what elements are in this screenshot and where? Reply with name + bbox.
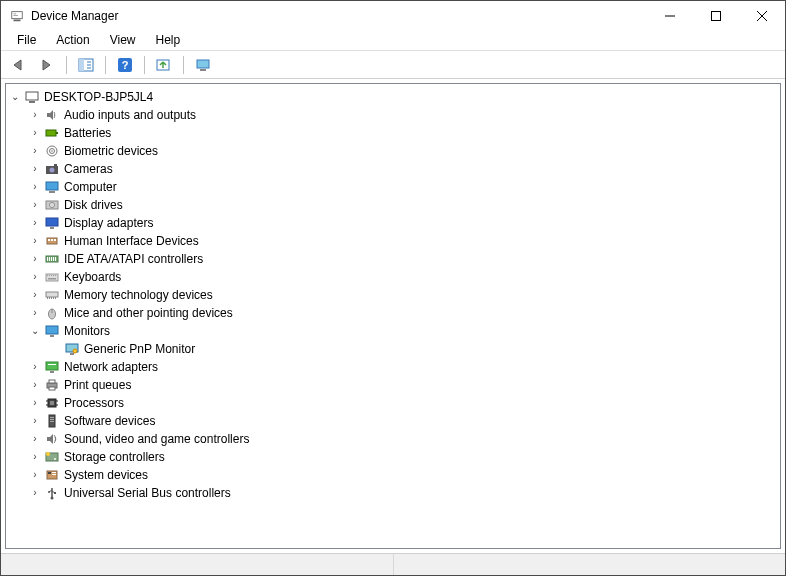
tree-category[interactable]: ›Cameras bbox=[28, 160, 778, 178]
window-title: Device Manager bbox=[31, 9, 647, 23]
svg-rect-85 bbox=[48, 472, 51, 474]
tree-category[interactable]: ›Human Interface Devices bbox=[28, 232, 778, 250]
svg-rect-38 bbox=[54, 239, 56, 241]
tree-category-label: Print queues bbox=[64, 376, 131, 394]
tree-category[interactable]: ›Memory technology devices bbox=[28, 286, 778, 304]
tree-category[interactable]: ›Computer bbox=[28, 178, 778, 196]
expand-icon[interactable]: › bbox=[28, 466, 42, 484]
tree-category[interactable]: ›Disk drives bbox=[28, 196, 778, 214]
network-icon bbox=[44, 359, 60, 375]
device-manager-window: Device Manager File Action View Help ? bbox=[0, 0, 786, 576]
collapse-icon[interactable]: ⌄ bbox=[28, 322, 42, 340]
tree-category-label: Memory technology devices bbox=[64, 286, 213, 304]
expand-icon[interactable]: › bbox=[28, 106, 42, 124]
expand-icon[interactable]: › bbox=[28, 196, 42, 214]
tree-root[interactable]: ⌄ DESKTOP-BJP5JL4 bbox=[8, 88, 778, 106]
forward-button[interactable] bbox=[35, 54, 59, 76]
tree-category-label: Human Interface Devices bbox=[64, 232, 199, 250]
help-button[interactable]: ? bbox=[113, 54, 137, 76]
show-hide-tree-button[interactable] bbox=[74, 54, 98, 76]
tree-category[interactable]: ›Processors bbox=[28, 394, 778, 412]
menu-file[interactable]: File bbox=[7, 31, 46, 50]
toolbar: ? bbox=[1, 51, 785, 79]
cpu-icon bbox=[44, 395, 60, 411]
expand-icon[interactable]: › bbox=[28, 142, 42, 160]
menubar: File Action View Help bbox=[1, 31, 785, 51]
device-tree-panel[interactable]: ⌄ DESKTOP-BJP5JL4 ›Audio inputs and outp… bbox=[5, 83, 781, 549]
tree-category[interactable]: ›Audio inputs and outputs bbox=[28, 106, 778, 124]
svg-text:?: ? bbox=[122, 59, 129, 71]
monitor-toolbar-button[interactable] bbox=[191, 54, 215, 76]
toolbar-separator bbox=[183, 56, 184, 74]
menu-action[interactable]: Action bbox=[46, 31, 99, 50]
svg-rect-46 bbox=[47, 275, 48, 276]
expand-icon[interactable]: › bbox=[28, 358, 42, 376]
minimize-button[interactable] bbox=[647, 1, 693, 31]
tree-category[interactable]: ›Biometric devices bbox=[28, 142, 778, 160]
expand-icon[interactable]: › bbox=[28, 250, 42, 268]
svg-point-24 bbox=[51, 150, 53, 152]
tree-category[interactable]: ›Storage controllers bbox=[28, 448, 778, 466]
tree-category[interactable]: ›Display adapters bbox=[28, 214, 778, 232]
printer-icon bbox=[44, 377, 60, 393]
status-cell bbox=[394, 554, 786, 575]
tree-category-label: Display adapters bbox=[64, 214, 153, 232]
close-button[interactable] bbox=[739, 1, 785, 31]
expand-icon[interactable]: › bbox=[28, 448, 42, 466]
expand-icon[interactable]: › bbox=[28, 268, 42, 286]
tree-category-label: IDE ATA/ATAPI controllers bbox=[64, 250, 203, 268]
expand-icon[interactable]: › bbox=[28, 376, 42, 394]
tree-category-label: Batteries bbox=[64, 124, 111, 142]
svg-rect-60 bbox=[46, 326, 58, 334]
svg-point-82 bbox=[54, 458, 56, 460]
svg-rect-9 bbox=[79, 59, 84, 71]
tree-category[interactable]: ›Mice and other pointing devices bbox=[28, 304, 778, 322]
svg-rect-48 bbox=[51, 275, 52, 276]
maximize-button[interactable] bbox=[693, 1, 739, 31]
expand-icon[interactable]: › bbox=[28, 178, 42, 196]
tree-category[interactable]: ⌄Monitors bbox=[28, 322, 778, 340]
expand-icon[interactable]: › bbox=[28, 394, 42, 412]
svg-rect-87 bbox=[52, 474, 56, 475]
tree-category[interactable]: ›Print queues bbox=[28, 376, 778, 394]
tree-category[interactable]: ›System devices bbox=[28, 466, 778, 484]
disk-icon bbox=[44, 197, 60, 213]
toolbar-separator bbox=[144, 56, 145, 74]
toolbar-separator bbox=[105, 56, 106, 74]
menu-view[interactable]: View bbox=[100, 31, 146, 50]
tree-category-label: Storage controllers bbox=[64, 448, 165, 466]
back-button[interactable] bbox=[7, 54, 31, 76]
tree-category[interactable]: ›Batteries bbox=[28, 124, 778, 142]
expand-icon[interactable]: › bbox=[28, 124, 42, 142]
tree-category[interactable]: ›IDE ATA/ATAPI controllers bbox=[28, 250, 778, 268]
expand-icon[interactable]: › bbox=[28, 412, 42, 430]
sound-icon bbox=[44, 431, 60, 447]
expand-icon[interactable]: › bbox=[28, 484, 42, 502]
tree-category-label: Mice and other pointing devices bbox=[64, 304, 233, 322]
statusbar bbox=[1, 553, 785, 575]
svg-rect-40 bbox=[47, 257, 48, 261]
expand-icon[interactable]: › bbox=[28, 160, 42, 178]
expand-icon[interactable]: › bbox=[28, 430, 42, 448]
tree-category[interactable]: ›Network adapters bbox=[28, 358, 778, 376]
tree-category[interactable]: ›Universal Serial Bus controllers bbox=[28, 484, 778, 502]
tree-category[interactable]: ›Software devices bbox=[28, 412, 778, 430]
memory-icon bbox=[44, 287, 60, 303]
tree-category[interactable]: ›Keyboards bbox=[28, 268, 778, 286]
expand-icon[interactable]: › bbox=[28, 304, 42, 322]
svg-rect-54 bbox=[49, 297, 50, 299]
svg-point-90 bbox=[48, 491, 50, 493]
expand-icon[interactable]: › bbox=[28, 214, 42, 232]
svg-rect-50 bbox=[55, 275, 56, 276]
tree-category-label: System devices bbox=[64, 466, 148, 484]
collapse-icon[interactable]: ⌄ bbox=[8, 88, 22, 106]
menu-help[interactable]: Help bbox=[146, 31, 191, 50]
tree-category[interactable]: ›Sound, video and game controllers bbox=[28, 430, 778, 448]
tree-device[interactable]: Generic PnP Monitor bbox=[48, 340, 778, 358]
expand-icon[interactable]: › bbox=[28, 232, 42, 250]
svg-rect-27 bbox=[54, 164, 57, 166]
svg-rect-47 bbox=[49, 275, 50, 276]
svg-rect-28 bbox=[46, 182, 58, 190]
expand-icon[interactable]: › bbox=[28, 286, 42, 304]
scan-hardware-button[interactable] bbox=[152, 54, 176, 76]
